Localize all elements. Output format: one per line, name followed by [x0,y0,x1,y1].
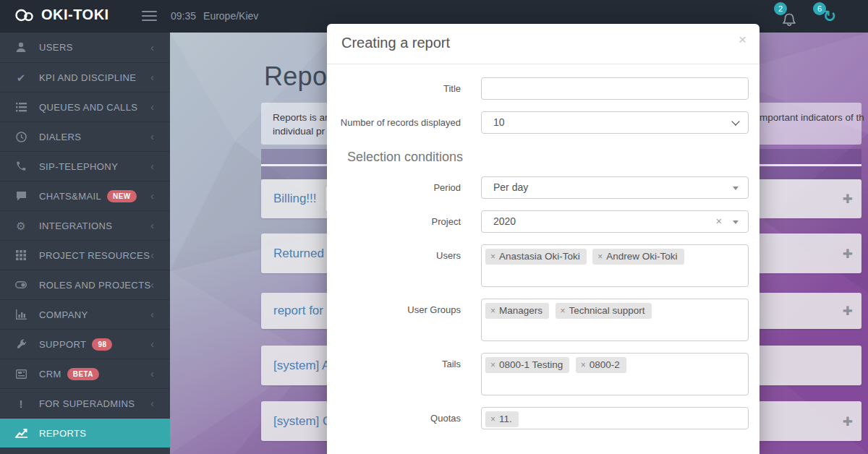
report-link[interactable]: [system] A [273,359,330,373]
chevron-icon: ‹ [150,132,154,142]
newspaper-icon [14,369,27,379]
sidebar-item-label: QUEUES AND CALLS [39,102,137,113]
clock-icon [14,132,27,142]
period-select[interactable]: Per day [481,176,749,199]
sidebar-item-chats-mail[interactable]: CHATS&MAIL NEW ‹ [0,181,170,210]
sidebar-item-company[interactable]: COMPANY ‹ [0,299,170,329]
chip-remove-icon[interactable]: × [597,252,603,262]
new-badge: NEW [107,190,137,202]
chip-remove-icon[interactable]: × [490,252,495,262]
user-icon [14,42,27,53]
tail-chip[interactable]: ×0800-1 Testing [485,357,569,373]
user-chip[interactable]: ×Anastasia Oki-Toki [485,249,587,265]
chip-remove-icon[interactable]: × [581,360,586,370]
sidebar-item-reports[interactable]: REPORTS [0,418,170,447]
sidebar-item-label: CHATS&MAIL [39,191,101,202]
sidebar-item-sip-telephony[interactable]: SIP-TELEPHONY ‹ [0,151,170,181]
history-count-badge: 6 [813,2,826,15]
chevron-icon: ‹ [150,161,154,171]
quota-chip[interactable]: ×11. [485,411,519,427]
beta-badge: BETA [67,368,99,380]
chip-remove-icon[interactable]: × [490,360,495,370]
group-chip[interactable]: ×Technical support [556,303,652,319]
sidebar-item-label: SUPPORT [39,339,86,350]
brand[interactable]: OKI-TOKI [14,7,109,23]
close-icon[interactable]: × [739,33,746,46]
plus-icon[interactable]: ✚ [843,246,853,261]
wrench-icon [14,339,27,350]
chip-label: Anastasia Oki-Toki [499,251,580,262]
sidebar-item-project-resources[interactable]: PROJECT RESOURCES ‹ [0,240,170,270]
report-link[interactable]: Billing!!! [273,192,317,206]
sidebar-item-label: USERS [39,42,73,53]
title-field-label: Title [327,77,481,100]
chip-label: 11. [499,414,512,424]
chip-label: Managers [499,305,542,316]
project-select-value: 2020 [493,215,516,227]
sidebar-item-support[interactable]: SUPPORT 98 ‹ [0,329,170,359]
sidebar-item-roles-and-projects[interactable]: ROLES AND PROJECTS ‹ [0,270,170,299]
plus-icon[interactable]: ✚ [843,304,853,319]
form-row-tails: Tails ×0800-1 Testing ×0800-2 [327,353,749,395]
sidebar-item-kpi-and-discipline[interactable]: ✔ KPI AND DISCIPLINE ‹ [0,62,170,92]
project-select[interactable]: 2020 × [481,210,749,233]
history-icon[interactable]: 6 ↻ [820,7,839,27]
user-chip[interactable]: ×Andrew Oki-Toki [592,249,684,265]
menu-toggle-icon[interactable] [142,11,157,21]
notifications-bell-icon[interactable]: 2 [781,7,800,27]
chip-remove-icon[interactable]: × [490,414,495,424]
sidebar-item-integrations[interactable]: ⚙ INTEGRATIONS ‹ [0,210,170,240]
bar-chart-icon [14,309,27,320]
chevron-icon: ‹ [150,398,154,408]
tails-multiselect[interactable]: ×0800-1 Testing ×0800-2 [481,353,749,395]
chip-remove-icon[interactable]: × [561,306,566,316]
form-row-users: Users ×Anastasia Oki-Toki ×Andrew Oki-To… [327,244,749,287]
chevron-icon: ‹ [150,220,154,231]
sidebar-item-users[interactable]: USERS ‹ [0,33,170,62]
report-link[interactable]: Returned [273,247,324,261]
report-link[interactable]: [system] C [273,414,331,429]
chevron-down-icon [731,117,739,125]
chevron-icon: ‹ [150,309,154,320]
sidebar-item-for-superadmins[interactable]: ! FOR SUPERADMINS ‹ [0,388,170,418]
period-select-value: Per day [493,181,528,193]
chip-label: Technical support [569,305,645,316]
sidebar-item-label: SIP-TELEPHONY [39,161,118,172]
form-row-period: Period Per day [327,176,749,199]
sidebar-item-crm[interactable]: CRM BETA ‹ [0,359,170,388]
chip-remove-icon[interactable]: × [490,306,495,316]
modal-header: Creating a report × [327,24,760,64]
modal-body: Title Number of records displayed 10 Sel… [327,64,760,429]
exclamation-icon: ! [14,398,27,409]
chevron-icon: ‹ [150,369,154,379]
quotas-field-label: Quotas [327,407,481,429]
plus-icon[interactable]: ✚ [843,414,853,429]
sidebar-item-queues-and-calls[interactable]: QUEUES AND CALLS ‹ [0,92,170,121]
chevron-icon: ‹ [150,102,154,112]
caret-down-icon [733,187,739,190]
users-multiselect[interactable]: ×Anastasia Oki-Toki ×Andrew Oki-Toki [481,244,749,287]
grid-icon [14,250,27,260]
sidebar-item-label: CRM [39,369,61,380]
group-chip[interactable]: ×Managers [485,303,549,319]
clear-selection-icon[interactable]: × [716,211,722,232]
report-link[interactable]: report for [273,304,323,318]
records-select-value: 10 [493,116,505,128]
sidebar-item-dialers[interactable]: DIALERS ‹ [0,121,170,151]
chevron-icon: ‹ [150,72,154,82]
quotas-multiselect[interactable]: ×11. [481,407,749,429]
chip-label: 0800-2 [590,359,620,370]
user-groups-multiselect[interactable]: ×Managers ×Technical support [481,299,749,341]
chevron-icon: ‹ [150,280,154,290]
project-field-label: Project [327,210,481,233]
plus-icon[interactable]: ✚ [843,192,853,207]
selection-conditions-heading: Selection conditions [347,150,749,165]
form-row-project: Project 2020 × [327,210,749,233]
caret-down-icon [733,220,739,224]
check-icon: ✔ [14,72,27,83]
tail-chip[interactable]: ×0800-2 [576,357,626,373]
records-select[interactable]: 10 [481,111,749,134]
sidebar-item-label: FOR SUPERADMINS [39,398,135,409]
line-chart-icon [14,428,27,438]
title-input[interactable] [481,77,749,100]
